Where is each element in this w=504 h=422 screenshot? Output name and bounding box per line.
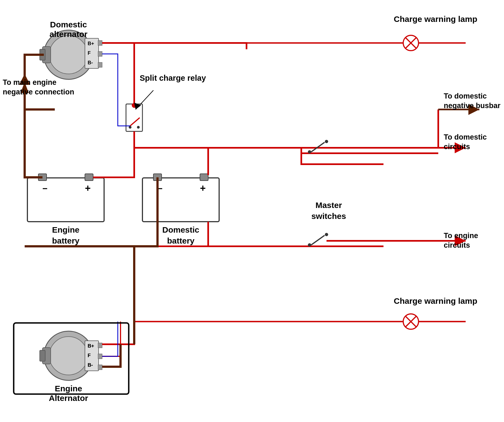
engine-battery-label: Engine xyxy=(52,225,79,234)
svg-rect-34 xyxy=(98,343,102,348)
svg-text:battery: battery xyxy=(52,236,79,245)
svg-rect-13 xyxy=(85,174,93,181)
svg-point-24 xyxy=(137,126,140,129)
charge-warning-bottom: Charge warning lamp xyxy=(394,296,477,305)
svg-point-42 xyxy=(325,140,328,143)
svg-text:−: − xyxy=(42,184,48,193)
svg-text:battery: battery xyxy=(167,236,194,245)
svg-text:negative  connection: negative connection xyxy=(3,88,74,96)
domestic-alt-label2: alternator xyxy=(50,30,88,39)
master-switches-label: Master xyxy=(316,201,342,210)
domestic-battery-label: Domestic xyxy=(162,225,199,234)
svg-text:circuits: circuits xyxy=(444,143,470,151)
diagram-container: B+ F B- − + − + xyxy=(0,0,504,422)
svg-text:B-: B- xyxy=(88,362,93,368)
svg-text:F: F xyxy=(88,353,91,358)
svg-rect-29 xyxy=(40,350,45,361)
svg-point-43 xyxy=(308,243,311,247)
svg-rect-18 xyxy=(200,174,208,181)
svg-rect-10 xyxy=(98,62,102,67)
charge-warning-top: Charge warning lamp xyxy=(394,15,477,24)
svg-line-44 xyxy=(311,235,325,245)
svg-rect-21 xyxy=(126,104,142,131)
svg-text:switches: switches xyxy=(311,212,346,221)
svg-rect-8 xyxy=(98,41,102,45)
svg-text:F: F xyxy=(88,50,91,56)
svg-rect-16 xyxy=(142,178,219,222)
svg-text:negative busbar: negative busbar xyxy=(444,102,501,110)
svg-text:B-: B- xyxy=(88,60,93,65)
svg-rect-11 xyxy=(27,178,104,222)
svg-text:circuits: circuits xyxy=(444,241,470,249)
svg-text:+: + xyxy=(200,183,206,194)
svg-point-1 xyxy=(49,36,88,74)
svg-rect-36 xyxy=(98,365,102,370)
svg-text:Alternator: Alternator xyxy=(49,394,88,403)
svg-text:+: + xyxy=(85,183,91,194)
split-charge-relay-label: Split charge relay xyxy=(140,74,206,82)
svg-text:B+: B+ xyxy=(88,41,94,46)
domestic-neg-busbar-label: To domestic xyxy=(444,92,487,100)
svg-rect-35 xyxy=(98,354,102,359)
engine-circuits-label: To engine xyxy=(444,232,478,240)
svg-point-40 xyxy=(308,150,311,154)
main-engine-neg-label: To main engine xyxy=(3,78,56,86)
svg-rect-9 xyxy=(98,51,102,56)
domestic-circuits-label: To domestic xyxy=(444,133,487,141)
svg-point-45 xyxy=(325,233,328,236)
engine-alt-label: Engine xyxy=(55,384,82,393)
svg-text:B+: B+ xyxy=(88,343,94,349)
domestic-alt-label: Domestic xyxy=(50,20,87,29)
svg-point-27 xyxy=(49,337,88,375)
